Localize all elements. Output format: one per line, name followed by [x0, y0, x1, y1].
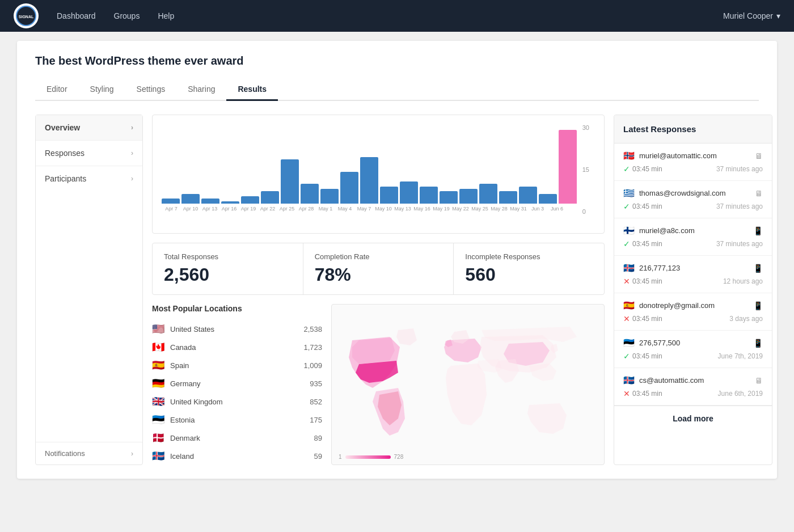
location-count: 935 [310, 379, 322, 388]
chart-bar [241, 196, 259, 204]
status-err-icon: ✕ [623, 389, 630, 398]
location-count: 175 [310, 416, 322, 424]
main-content: Overview › Responses › Participants › No… [35, 115, 759, 465]
map-legend: 1 728 [339, 454, 403, 460]
location-flag: 🇪🇸 [152, 359, 166, 371]
chevron-down-icon: ▾ [776, 11, 780, 20]
locations-panel: Most Popular Locations 🇺🇸 United States … [152, 304, 322, 465]
chart-bar [499, 191, 517, 204]
chart-bar [459, 189, 478, 204]
status-ok-icon: ✓ [623, 352, 630, 361]
location-flag: 🇩🇰 [152, 432, 166, 444]
location-row: 🇪🇪 Estonia 175 [152, 411, 322, 429]
stat-total-responses: Total Responses 2,560 [153, 243, 303, 294]
chart-xlabel: May 1 [316, 206, 335, 212]
response-time: 03:45 min [632, 240, 662, 248]
chart-bar [559, 130, 577, 204]
response-flag: 🇮🇸 [623, 375, 635, 386]
sidebar-label-participants: Participants [45, 174, 86, 183]
response-flag: 🇮🇸 [623, 263, 635, 273]
location-row: 🇺🇸 United States 2,538 [152, 320, 322, 338]
nav-groups[interactable]: Groups [114, 11, 140, 20]
chevron-right-icon: › [131, 149, 133, 157]
status-ok-icon: ✓ [623, 239, 630, 248]
response-device-icon: 📱 [753, 339, 763, 348]
page-title: The best WordPress theme ever award [35, 54, 759, 67]
chart-xlabel: May 28 [489, 206, 509, 212]
response-device-icon: 📱 [753, 301, 763, 310]
response-email: cs@automattic.com [639, 376, 750, 385]
location-name: Denmark [170, 434, 310, 442]
map-legend-bar [345, 455, 391, 459]
location-name: Spain [170, 361, 299, 370]
location-count: 2,538 [303, 325, 322, 333]
response-ago: 37 minutes ago [716, 202, 763, 210]
nav-dashboard[interactable]: Dashboard [57, 11, 96, 20]
location-count: 59 [314, 452, 322, 461]
right-panel: Latest Responses 🇳🇴 muriel@automattic.co… [614, 115, 772, 465]
chart-bar [162, 199, 180, 204]
chart-xlabel: Apr 19 [239, 206, 258, 212]
response-status: ✕ 03:45 min [623, 277, 662, 286]
tab-settings[interactable]: Settings [125, 79, 177, 101]
stat-completion-label: Completion Rate [315, 252, 442, 261]
nav-help[interactable]: Help [158, 11, 174, 20]
stat-incomplete-value: 560 [465, 264, 593, 285]
app-logo[interactable]: SIGNAL [14, 3, 39, 28]
response-email: muriel@a8c.com [639, 226, 749, 235]
location-row: 🇮🇸 Iceland 59 [152, 447, 322, 465]
sidebar-item-responses[interactable]: Responses › [36, 141, 142, 166]
location-flag: 🇨🇦 [152, 341, 166, 353]
location-row: 🇩🇰 Denmark 89 [152, 429, 322, 447]
response-device-icon: 📱 [753, 226, 763, 235]
location-row: 🇨🇦 Canada 1,723 [152, 338, 322, 356]
chart-bar [181, 194, 200, 204]
sidebar-item-notifications[interactable]: Notifications › [36, 442, 142, 465]
chart-bar [261, 191, 279, 204]
map-legend-max: 728 [394, 454, 404, 460]
response-item: 🇮🇸 216,777,123 📱 ✕ 03:45 min 12 hours ag… [614, 256, 772, 293]
stat-completion-value: 78% [315, 264, 442, 285]
tab-sharing[interactable]: Sharing [176, 79, 226, 101]
chart-bar [320, 189, 339, 204]
response-email: 276,577,500 [639, 339, 749, 347]
chart-xlabel: May 22 [451, 206, 470, 212]
load-more-button[interactable]: Load more [614, 406, 772, 431]
chart-xlabel: May 7 [354, 206, 374, 212]
tab-styling[interactable]: Styling [79, 79, 125, 101]
map-container: 1 728 [331, 304, 605, 465]
tab-editor[interactable]: Editor [35, 79, 79, 101]
status-err-icon: ✕ [623, 314, 630, 323]
response-list: 🇳🇴 muriel@automattic.com 🖥 ✓ 03:45 min 3… [614, 143, 772, 406]
location-name: Germany [170, 379, 305, 388]
response-time: 03:45 min [632, 277, 662, 285]
sidebar-label-overview: Overview [45, 123, 80, 132]
user-menu[interactable]: Muriel Cooper ▾ [723, 11, 780, 20]
sidebar-item-overview[interactable]: Overview › [36, 115, 142, 141]
chart-bar [281, 159, 299, 204]
tab-results[interactable]: Results [226, 79, 278, 101]
sidebar-item-participants[interactable]: Participants › [36, 166, 142, 191]
response-flag: 🇪🇸 [623, 300, 635, 311]
response-ago: June 6th, 2019 [718, 390, 763, 398]
location-flag: 🇬🇧 [152, 395, 166, 408]
response-status: ✕ 03:45 min [623, 314, 662, 323]
chart-bar [420, 187, 438, 204]
response-item: 🇬🇷 thomas@crowdsignal.com 🖥 ✓ 03:45 min … [614, 181, 772, 218]
chevron-right-icon: › [131, 450, 133, 458]
stat-completion-rate: Completion Rate 78% [303, 243, 454, 294]
bottom-area: Most Popular Locations 🇺🇸 United States … [152, 304, 605, 465]
status-ok-icon: ✓ [623, 164, 630, 174]
response-flag: 🇬🇷 [623, 188, 635, 199]
location-flag: 🇮🇸 [152, 450, 166, 462]
locations-title: Most Popular Locations [152, 304, 322, 313]
location-row: 🇩🇪 Germany 935 [152, 374, 322, 392]
response-item: 🇳🇴 muriel@automattic.com 🖥 ✓ 03:45 min 3… [614, 143, 772, 181]
stats-row: Total Responses 2,560 Completion Rate 78… [152, 243, 605, 295]
chart-bar [519, 187, 537, 204]
chart-xlabel: Apr 10 [181, 206, 200, 212]
chart-bar [440, 191, 458, 204]
response-status: ✕ 03:45 min [623, 389, 662, 398]
navbar: SIGNAL Dashboard Groups Help Muriel Coop… [0, 0, 794, 32]
response-email: muriel@automattic.com [639, 151, 750, 160]
